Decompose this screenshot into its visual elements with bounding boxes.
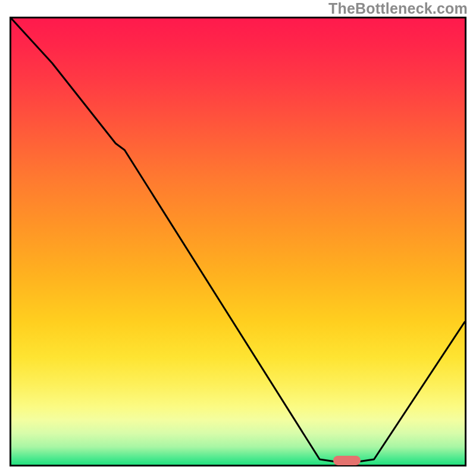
chart-frame: TheBottleneck.com: [0, 0, 476, 476]
plot-area: [10, 17, 466, 466]
watermark-text: TheBottleneck.com: [328, 0, 468, 17]
optimal-marker: [333, 456, 361, 465]
gradient-fill: [11, 18, 465, 465]
